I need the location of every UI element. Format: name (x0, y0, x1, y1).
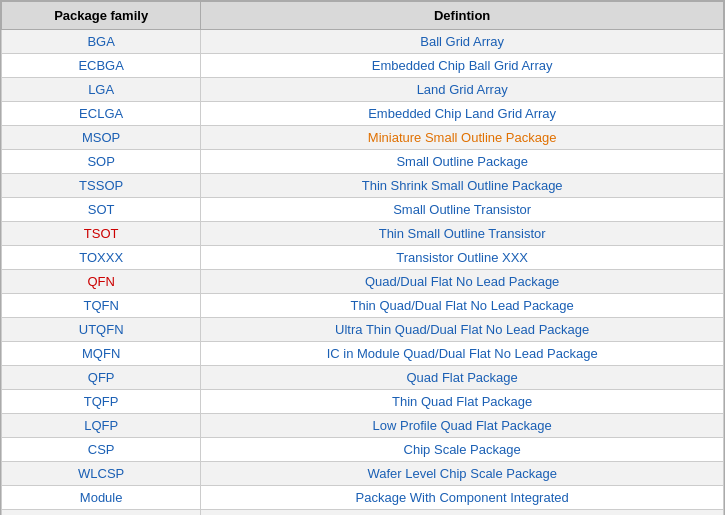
table-row: SOTSmall Outline Transistor (2, 198, 724, 222)
package-table: Package family Defintion BGABall Grid Ar… (1, 1, 724, 515)
cell-definition: Miniature Small Outline Package (201, 126, 724, 150)
table-row: TQFPThin Quad Flat Package (2, 390, 724, 414)
cell-definition: Small Outline Package (201, 150, 724, 174)
cell-family: TOXXX (2, 246, 201, 270)
cell-family: CSP (2, 438, 201, 462)
cell-definition: Peak Power Density Module (201, 510, 724, 516)
table-row: ECBGAEmbedded Chip Ball Grid Array (2, 54, 724, 78)
cell-family: TSSOP (2, 174, 201, 198)
cell-definition: Thin Small Outline Transistor (201, 222, 724, 246)
cell-family: WLCSP (2, 462, 201, 486)
cell-family: PPD Module® (2, 510, 201, 516)
cell-definition: Quad/Dual Flat No Lead Package (201, 270, 724, 294)
cell-definition: IC in Module Quad/Dual Flat No Lead Pack… (201, 342, 724, 366)
cell-definition: Transistor Outline XXX (201, 246, 724, 270)
cell-family: LQFP (2, 414, 201, 438)
table-row: TSOTThin Small Outline Transistor (2, 222, 724, 246)
cell-family: MQFN (2, 342, 201, 366)
table-row: BGABall Grid Array (2, 30, 724, 54)
cell-definition: Low Profile Quad Flat Package (201, 414, 724, 438)
cell-family: UTQFN (2, 318, 201, 342)
table-row: ModulePackage With Component Integrated (2, 486, 724, 510)
table-row: QFPQuad Flat Package (2, 366, 724, 390)
cell-definition: Quad Flat Package (201, 366, 724, 390)
cell-definition: Small Outline Transistor (201, 198, 724, 222)
cell-family: SOP (2, 150, 201, 174)
cell-family: LGA (2, 78, 201, 102)
table-header-row: Package family Defintion (2, 2, 724, 30)
cell-definition: Embedded Chip Ball Grid Array (201, 54, 724, 78)
cell-definition: Ball Grid Array (201, 30, 724, 54)
cell-definition: Ultra Thin Quad/Dual Flat No Lead Packag… (201, 318, 724, 342)
table-row: MSOPMiniature Small Outline Package (2, 126, 724, 150)
cell-definition: Thin Quad/Dual Flat No Lead Package (201, 294, 724, 318)
cell-definition: Thin Shrink Small Outline Package (201, 174, 724, 198)
table-row: TSSOPThin Shrink Small Outline Package (2, 174, 724, 198)
cell-definition: Wafer Level Chip Scale Package (201, 462, 724, 486)
table-row: TOXXXTransistor Outline XXX (2, 246, 724, 270)
cell-family: QFN (2, 270, 201, 294)
header-family: Package family (2, 2, 201, 30)
cell-family: MSOP (2, 126, 201, 150)
table-row: PPD Module®Peak Power Density Module (2, 510, 724, 516)
cell-definition: Package With Component Integrated (201, 486, 724, 510)
cell-family: BGA (2, 30, 201, 54)
table-row: SOPSmall Outline Package (2, 150, 724, 174)
cell-definition: Land Grid Array (201, 78, 724, 102)
table-row: MQFNIC in Module Quad/Dual Flat No Lead … (2, 342, 724, 366)
table-row: LGALand Grid Array (2, 78, 724, 102)
header-definition: Defintion (201, 2, 724, 30)
table-row: WLCSPWafer Level Chip Scale Package (2, 462, 724, 486)
cell-definition: Embedded Chip Land Grid Array (201, 102, 724, 126)
table-row: CSPChip Scale Package (2, 438, 724, 462)
cell-family: QFP (2, 366, 201, 390)
cell-definition: Thin Quad Flat Package (201, 390, 724, 414)
table-row: ECLGAEmbedded Chip Land Grid Array (2, 102, 724, 126)
cell-family: SOT (2, 198, 201, 222)
cell-family: Module (2, 486, 201, 510)
cell-family: TSOT (2, 222, 201, 246)
package-table-container: Package family Defintion BGABall Grid Ar… (0, 0, 725, 515)
cell-family: ECLGA (2, 102, 201, 126)
table-row: TQFNThin Quad/Dual Flat No Lead Package (2, 294, 724, 318)
cell-family: TQFN (2, 294, 201, 318)
table-row: LQFPLow Profile Quad Flat Package (2, 414, 724, 438)
table-row: QFNQuad/Dual Flat No Lead Package (2, 270, 724, 294)
table-row: UTQFNUltra Thin Quad/Dual Flat No Lead P… (2, 318, 724, 342)
cell-definition: Chip Scale Package (201, 438, 724, 462)
cell-family: ECBGA (2, 54, 201, 78)
cell-family: TQFP (2, 390, 201, 414)
